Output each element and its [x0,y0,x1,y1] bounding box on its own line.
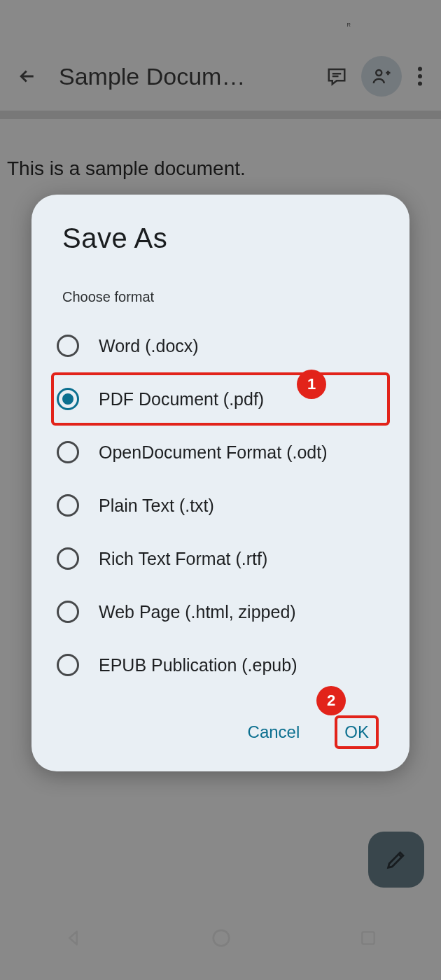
edit-fab[interactable] [368,832,424,888]
nav-back-button[interactable] [64,928,83,948]
svg-point-4 [418,66,422,71]
format-option-docx[interactable]: Word (.docx) [51,319,390,372]
wifi-icon [295,14,312,28]
battery-percent: 76% [382,13,410,29]
radio-checked-icon [57,388,79,410]
share-people-button[interactable] [361,56,402,97]
format-label: Rich Text Format (.rtf) [99,549,267,569]
format-label: Word (.docx) [99,336,199,356]
format-option-pdf[interactable]: PDF Document (.pdf) [51,372,390,426]
nav-bar [0,906,441,980]
pencil-icon [384,848,408,872]
radio-icon [57,601,79,623]
svg-point-3 [376,70,382,76]
format-label: EPUB Publication (.epub) [99,655,297,676]
ok-button[interactable]: OK [335,715,379,749]
radio-icon [57,654,79,676]
annotation-callout-2: 2 [316,686,346,715]
app-bar: Sample Docum… [0,42,441,111]
format-option-epub[interactable]: EPUB Publication (.epub) [51,638,390,692]
format-label: Web Page (.html, zipped) [99,602,296,622]
dialog-actions: Cancel OK [51,715,390,749]
svg-point-5 [418,74,422,78]
radio-icon [57,335,79,357]
format-option-rtf[interactable]: Rich Text Format (.rtf) [51,532,390,585]
save-as-dialog: Save As Choose format Word (.docx) PDF D… [31,195,410,771]
format-option-txt[interactable]: Plain Text (.txt) [51,479,390,532]
battery-charging-icon [416,13,427,29]
annotation-callout-1: 1 [297,370,326,399]
dialog-title: Save As [62,223,379,254]
format-label: OpenDocument Format (.odt) [99,442,328,463]
cancel-button[interactable]: Cancel [241,717,307,748]
document-title[interactable]: Sample Docum… [59,63,245,90]
radio-icon [57,547,79,570]
svg-text:R: R [346,22,351,28]
status-bar: 4:16 VoLTE2 R 76% [0,0,441,42]
document-body-text: This is a sample document. [7,158,434,180]
signal-2-icon [363,15,377,27]
format-label: PDF Document (.pdf) [99,389,264,410]
format-option-html[interactable]: Web Page (.html, zipped) [51,585,390,638]
nav-recents-button[interactable] [359,929,377,947]
dialog-subtitle: Choose format [62,289,379,305]
lte-badge: VoLTE2 [317,13,337,29]
svg-point-6 [418,81,422,85]
comments-button[interactable] [316,56,357,97]
radio-icon [57,441,79,463]
divider [0,111,441,119]
bluetooth-icon [276,12,289,30]
signal-1-icon: R [343,15,357,27]
format-option-odt[interactable]: OpenDocument Format (.odt) [51,426,390,479]
back-button[interactable] [7,56,48,97]
svg-rect-2 [419,13,424,15]
status-time: 4:16 [122,13,153,29]
nav-home-button[interactable] [211,927,232,948]
format-label: Plain Text (.txt) [99,496,214,516]
svg-rect-8 [362,932,374,944]
radio-icon [57,494,79,517]
format-options-list: Word (.docx) PDF Document (.pdf) OpenDoc… [51,319,390,692]
more-menu-button[interactable] [406,56,434,97]
svg-point-7 [214,930,230,946]
